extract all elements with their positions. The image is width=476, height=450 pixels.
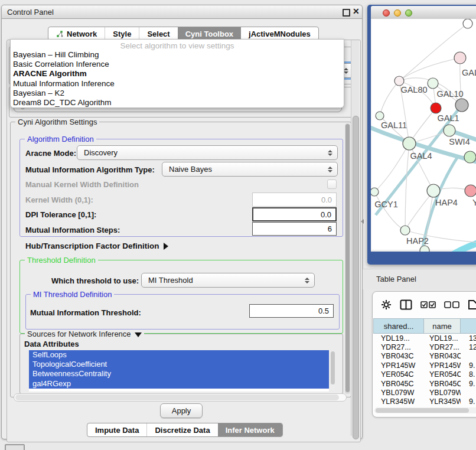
dropdown-item[interactable]: Bayesian – K2	[11, 89, 344, 98]
dropdown-item[interactable]: Dream8 DC_TDC Algorithm	[11, 98, 344, 107]
dropdown-item[interactable]: Bayesian – Hill Climbing	[11, 50, 344, 60]
column-header-shared[interactable]: shared...	[373, 318, 424, 334]
split-collapse-arrow-icon[interactable]	[361, 219, 364, 224]
attributes-scrollbar[interactable]	[330, 351, 335, 391]
node-label: Y	[472, 198, 476, 207]
table-row[interactable]: YPR145WYPR145W9.	[373, 361, 476, 370]
node-swi4[interactable]	[444, 125, 455, 136]
node-gal-right[interactable]	[454, 52, 466, 64]
select-all-icon[interactable]	[420, 301, 436, 308]
table-row[interactable]: YBR045CYBR045C9.	[373, 379, 476, 388]
table-row[interactable]: YBR043CYBR043C	[373, 352, 476, 361]
which-threshold-value: MI Threshold	[148, 276, 193, 285]
dropdown-item[interactable]: ARACNE Algorithm	[11, 69, 344, 79]
table-row[interactable]: YDL19...YDL19...13	[373, 334, 476, 343]
node-unlabeled-top[interactable]	[463, 19, 472, 28]
hub-definition-toggle[interactable]: Hub/Transcription Factor Definition	[25, 242, 168, 250]
mac-minimize-icon[interactable]	[394, 9, 401, 17]
column-header-A[interactable]: A	[461, 318, 476, 334]
column-header-name[interactable]: name	[424, 318, 461, 334]
table-cell: YPR145W	[373, 361, 424, 370]
attribute-item[interactable]: SelfLoops	[29, 350, 329, 360]
settings-scrollbar[interactable]	[345, 123, 350, 394]
table-cell: YDR27...	[424, 343, 461, 351]
node-hap2[interactable]	[400, 226, 410, 235]
mac-zoom-icon[interactable]	[405, 9, 412, 17]
node-right-green[interactable]	[464, 151, 476, 163]
network-canvas[interactable]: GALGAL80GAL10GAL1GAL11SWI4GAL4GCY1HAP4YH…	[371, 19, 476, 252]
combo-stepper-icon	[328, 150, 332, 156]
node-pink-right[interactable]	[465, 185, 476, 197]
apply-button-label: Apply	[172, 406, 191, 415]
node-gal10[interactable]	[428, 78, 438, 89]
mi-type-value: Naive Bayes	[169, 165, 212, 174]
node-gcy1[interactable]	[371, 188, 379, 196]
control-panel-titlebar[interactable]: Control Panel ✕	[2, 5, 362, 19]
float-window-icon[interactable]	[343, 9, 350, 17]
control-panel-window: Control Panel ✕ NetworkStyleSelectCyni T…	[1, 5, 363, 439]
tab-impute-data[interactable]: Impute Data	[87, 423, 146, 436]
data-attributes-list[interactable]: SelfLoopsTopologicalCoefficientBetweenne…	[29, 350, 329, 392]
network-window-titlebar[interactable]	[371, 6, 476, 19]
table-row[interactable]: YLR345WYLR345W9.	[373, 397, 476, 406]
node-gal4[interactable]	[403, 137, 416, 150]
which-threshold-combo[interactable]: MI Threshold	[141, 273, 315, 288]
sources-legend[interactable]: Sources for Network Inference	[25, 330, 144, 338]
tab-discretize-data[interactable]: Discretize Data	[146, 423, 217, 436]
mi-type-combo[interactable]: Naive Bayes	[162, 162, 338, 177]
table-cell: YDL19...	[424, 334, 461, 343]
mi-steps-field[interactable]: 6	[252, 222, 337, 236]
cyni-mode-tabbar: Impute DataDiscretize DataInfer Network	[87, 423, 283, 437]
tab-cyni-toolbox[interactable]: Cyni Toolbox	[178, 27, 241, 40]
tab-jactivemnodules[interactable]: jActiveMNodules	[241, 27, 318, 40]
file-icon[interactable]	[468, 299, 476, 310]
table-window: shared...nameA YDL19...YDL19...13YDR27..…	[372, 291, 476, 418]
deselect-all-icon[interactable]	[444, 301, 459, 308]
settings-hscrollbar[interactable]	[14, 393, 347, 402]
table-cell: YLR345W	[373, 397, 424, 406]
table-toolbar	[373, 292, 476, 318]
panel-outer-scrollbar[interactable]	[351, 40, 359, 436]
table-cell: 9.	[461, 397, 476, 406]
aracne-mode-combo[interactable]: Discovery	[77, 145, 338, 160]
dropdown-item[interactable]: Mutual Information Inference	[11, 79, 344, 89]
tab-network[interactable]: Network	[48, 27, 105, 40]
node-gal1[interactable]	[431, 103, 441, 113]
table-cell: YBR043C	[373, 352, 424, 360]
attribute-item[interactable]: gal4RGexp	[29, 379, 329, 389]
network-view-window: GALGAL80GAL10GAL1GAL11SWI4GAL4GCY1HAP4YH…	[367, 5, 476, 265]
table-panel-header: Table Panel	[363, 269, 476, 289]
mi-threshold-label: Mutual Information Threshold:	[30, 308, 141, 317]
close-icon[interactable]: ✕	[353, 6, 360, 16]
kernel-width-field[interactable]: 0.0	[252, 193, 337, 207]
combo-stepper-icon	[344, 68, 348, 74]
node-bottom[interactable]	[420, 246, 429, 252]
table-row[interactable]: YBL079WYBL079W	[373, 388, 476, 397]
node-gray[interactable]	[455, 99, 468, 112]
table-cell: YLR345W	[424, 397, 461, 406]
split-columns-icon[interactable]	[400, 299, 412, 310]
attribute-item[interactable]: BetweennessCentrality	[29, 369, 329, 379]
tab-select[interactable]: Select	[139, 27, 177, 40]
node-hap4[interactable]	[427, 184, 440, 197]
attribute-item[interactable]: TopologicalCoefficient	[29, 360, 329, 369]
gear-icon[interactable]	[381, 299, 392, 310]
mi-threshold-field[interactable]: 0.5	[249, 304, 334, 318]
table-row[interactable]: YER054CYER054C8.	[373, 370, 476, 379]
dropdown-prompt: Select algorithm to view settings	[11, 40, 344, 50]
tab-style[interactable]: Style	[105, 27, 139, 40]
dpi-tolerance-field[interactable]: 0.0	[252, 207, 337, 221]
network-edge	[399, 58, 460, 81]
mac-close-icon[interactable]	[383, 9, 390, 17]
node-gal80[interactable]	[395, 76, 404, 86]
minimized-panel-chip[interactable]	[5, 444, 25, 450]
network-edge	[431, 239, 476, 252]
table-hscrollbar[interactable]	[374, 407, 476, 413]
screen: Control Panel ✕ NetworkStyleSelectCyni T…	[0, 0, 476, 450]
dropdown-item[interactable]: Basic Correlation Inference	[11, 60, 344, 69]
apply-button[interactable]: Apply	[160, 403, 203, 418]
node-gal11[interactable]	[376, 112, 384, 120]
tab-infer-network[interactable]: Infer Network	[218, 423, 282, 436]
manual-kernel-checkbox[interactable]	[327, 180, 337, 189]
table-row[interactable]: YDR27...YDR27...12	[373, 343, 476, 351]
